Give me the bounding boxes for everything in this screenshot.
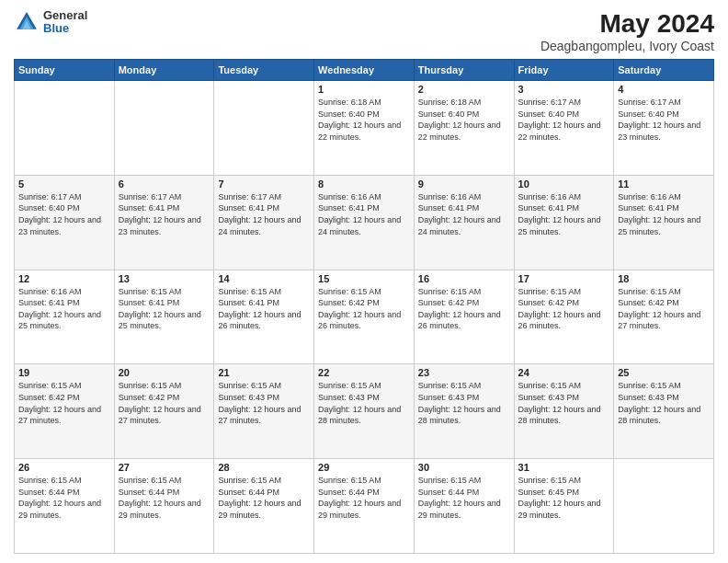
calendar-cell: 4 Sunrise: 6:17 AMSunset: 6:40 PMDayligh… bbox=[614, 81, 714, 176]
day-number: 12 bbox=[18, 273, 110, 284]
day-info: Sunrise: 6:17 AMSunset: 6:41 PMDaylight:… bbox=[119, 192, 201, 236]
day-info: Sunrise: 6:15 AMSunset: 6:44 PMDaylight:… bbox=[18, 476, 101, 520]
calendar-cell: 3 Sunrise: 6:17 AMSunset: 6:40 PMDayligh… bbox=[514, 81, 614, 176]
day-info: Sunrise: 6:15 AMSunset: 6:42 PMDaylight:… bbox=[119, 381, 201, 425]
day-info: Sunrise: 6:15 AMSunset: 6:43 PMDaylight:… bbox=[418, 381, 501, 425]
calendar-cell: 28 Sunrise: 6:15 AMSunset: 6:44 PMDaylig… bbox=[214, 459, 314, 554]
day-number: 26 bbox=[18, 462, 110, 473]
day-info: Sunrise: 6:15 AMSunset: 6:42 PMDaylight:… bbox=[618, 287, 700, 331]
week-row-4: 26 Sunrise: 6:15 AMSunset: 6:44 PMDaylig… bbox=[15, 459, 714, 554]
day-number: 17 bbox=[518, 273, 610, 284]
subtitle: Deagbangompleu, Ivory Coast bbox=[540, 39, 714, 53]
day-number: 15 bbox=[318, 273, 410, 284]
page: General Blue May 2024 Deagbangompleu, Iv… bbox=[0, 0, 728, 563]
day-info: Sunrise: 6:15 AMSunset: 6:44 PMDaylight:… bbox=[418, 476, 501, 520]
calendar-cell bbox=[15, 81, 115, 176]
header: General Blue May 2024 Deagbangompleu, Iv… bbox=[14, 9, 714, 53]
day-info: Sunrise: 6:15 AMSunset: 6:44 PMDaylight:… bbox=[119, 476, 201, 520]
calendar-cell: 6 Sunrise: 6:17 AMSunset: 6:41 PMDayligh… bbox=[114, 175, 214, 270]
calendar-cell: 21 Sunrise: 6:15 AMSunset: 6:43 PMDaylig… bbox=[214, 364, 314, 459]
calendar-cell: 23 Sunrise: 6:15 AMSunset: 6:43 PMDaylig… bbox=[414, 364, 514, 459]
calendar: Sunday Monday Tuesday Wednesday Thursday… bbox=[14, 59, 714, 554]
day-info: Sunrise: 6:15 AMSunset: 6:45 PMDaylight:… bbox=[518, 476, 601, 520]
day-info: Sunrise: 6:15 AMSunset: 6:43 PMDaylight:… bbox=[218, 381, 301, 425]
day-number: 30 bbox=[418, 462, 510, 473]
calendar-cell: 7 Sunrise: 6:17 AMSunset: 6:41 PMDayligh… bbox=[214, 175, 314, 270]
day-info: Sunrise: 6:16 AMSunset: 6:41 PMDaylight:… bbox=[518, 192, 601, 236]
logo-text: General Blue bbox=[43, 9, 87, 36]
main-title: May 2024 bbox=[540, 9, 714, 39]
calendar-cell bbox=[214, 81, 314, 176]
calendar-cell bbox=[614, 459, 714, 554]
day-number: 2 bbox=[418, 84, 510, 95]
title-block: May 2024 Deagbangompleu, Ivory Coast bbox=[540, 9, 714, 53]
calendar-cell: 19 Sunrise: 6:15 AMSunset: 6:42 PMDaylig… bbox=[15, 364, 115, 459]
day-number: 13 bbox=[119, 273, 210, 284]
calendar-cell: 2 Sunrise: 6:18 AMSunset: 6:40 PMDayligh… bbox=[414, 81, 514, 176]
day-number: 24 bbox=[518, 367, 610, 378]
calendar-cell: 29 Sunrise: 6:15 AMSunset: 6:44 PMDaylig… bbox=[314, 459, 415, 554]
col-saturday: Saturday bbox=[614, 60, 714, 81]
calendar-cell: 5 Sunrise: 6:17 AMSunset: 6:40 PMDayligh… bbox=[15, 175, 115, 270]
day-info: Sunrise: 6:18 AMSunset: 6:40 PMDaylight:… bbox=[318, 98, 401, 142]
day-info: Sunrise: 6:15 AMSunset: 6:41 PMDaylight:… bbox=[218, 287, 301, 331]
calendar-cell: 8 Sunrise: 6:16 AMSunset: 6:41 PMDayligh… bbox=[314, 175, 415, 270]
calendar-cell: 17 Sunrise: 6:15 AMSunset: 6:42 PMDaylig… bbox=[514, 270, 614, 364]
day-number: 14 bbox=[218, 273, 310, 284]
day-info: Sunrise: 6:15 AMSunset: 6:42 PMDaylight:… bbox=[18, 381, 101, 425]
col-friday: Friday bbox=[514, 60, 614, 81]
week-row-2: 12 Sunrise: 6:16 AMSunset: 6:41 PMDaylig… bbox=[15, 270, 714, 364]
calendar-cell: 25 Sunrise: 6:15 AMSunset: 6:43 PMDaylig… bbox=[614, 364, 714, 459]
day-number: 6 bbox=[119, 178, 210, 190]
day-info: Sunrise: 6:17 AMSunset: 6:40 PMDaylight:… bbox=[618, 98, 700, 142]
calendar-cell: 22 Sunrise: 6:15 AMSunset: 6:43 PMDaylig… bbox=[314, 364, 415, 459]
day-info: Sunrise: 6:15 AMSunset: 6:42 PMDaylight:… bbox=[418, 287, 501, 331]
day-info: Sunrise: 6:15 AMSunset: 6:43 PMDaylight:… bbox=[518, 381, 601, 425]
calendar-cell: 14 Sunrise: 6:15 AMSunset: 6:41 PMDaylig… bbox=[214, 270, 314, 364]
day-info: Sunrise: 6:17 AMSunset: 6:40 PMDaylight:… bbox=[18, 192, 101, 236]
day-info: Sunrise: 6:15 AMSunset: 6:44 PMDaylight:… bbox=[218, 476, 301, 520]
day-info: Sunrise: 6:16 AMSunset: 6:41 PMDaylight:… bbox=[18, 287, 101, 331]
day-number: 10 bbox=[518, 178, 610, 190]
day-info: Sunrise: 6:18 AMSunset: 6:40 PMDaylight:… bbox=[418, 98, 501, 142]
calendar-cell: 30 Sunrise: 6:15 AMSunset: 6:44 PMDaylig… bbox=[414, 459, 514, 554]
logo-icon bbox=[14, 9, 40, 35]
day-number: 11 bbox=[618, 178, 710, 190]
calendar-cell: 24 Sunrise: 6:15 AMSunset: 6:43 PMDaylig… bbox=[514, 364, 614, 459]
day-number: 9 bbox=[418, 178, 510, 190]
day-number: 22 bbox=[318, 367, 410, 378]
day-info: Sunrise: 6:16 AMSunset: 6:41 PMDaylight:… bbox=[418, 192, 501, 236]
col-tuesday: Tuesday bbox=[214, 60, 314, 81]
day-number: 27 bbox=[119, 462, 210, 473]
calendar-cell: 12 Sunrise: 6:16 AMSunset: 6:41 PMDaylig… bbox=[15, 270, 115, 364]
calendar-cell: 31 Sunrise: 6:15 AMSunset: 6:45 PMDaylig… bbox=[514, 459, 614, 554]
calendar-cell: 26 Sunrise: 6:15 AMSunset: 6:44 PMDaylig… bbox=[15, 459, 115, 554]
calendar-cell: 20 Sunrise: 6:15 AMSunset: 6:42 PMDaylig… bbox=[114, 364, 214, 459]
day-number: 3 bbox=[518, 84, 610, 95]
day-number: 8 bbox=[318, 178, 410, 190]
logo-general: General bbox=[43, 9, 87, 22]
calendar-cell: 18 Sunrise: 6:15 AMSunset: 6:42 PMDaylig… bbox=[614, 270, 714, 364]
day-number: 28 bbox=[218, 462, 310, 473]
col-thursday: Thursday bbox=[414, 60, 514, 81]
calendar-cell: 27 Sunrise: 6:15 AMSunset: 6:44 PMDaylig… bbox=[114, 459, 214, 554]
calendar-cell: 13 Sunrise: 6:15 AMSunset: 6:41 PMDaylig… bbox=[114, 270, 214, 364]
calendar-cell: 11 Sunrise: 6:16 AMSunset: 6:41 PMDaylig… bbox=[614, 175, 714, 270]
day-info: Sunrise: 6:15 AMSunset: 6:41 PMDaylight:… bbox=[119, 287, 201, 331]
day-info: Sunrise: 6:15 AMSunset: 6:43 PMDaylight:… bbox=[318, 381, 401, 425]
week-row-3: 19 Sunrise: 6:15 AMSunset: 6:42 PMDaylig… bbox=[15, 364, 714, 459]
day-number: 5 bbox=[18, 178, 110, 190]
day-number: 18 bbox=[618, 273, 710, 284]
day-number: 4 bbox=[618, 84, 710, 95]
calendar-cell: 10 Sunrise: 6:16 AMSunset: 6:41 PMDaylig… bbox=[514, 175, 614, 270]
day-number: 23 bbox=[418, 367, 510, 378]
col-monday: Monday bbox=[114, 60, 214, 81]
day-info: Sunrise: 6:15 AMSunset: 6:42 PMDaylight:… bbox=[318, 287, 401, 331]
day-number: 25 bbox=[618, 367, 710, 378]
day-number: 19 bbox=[18, 367, 110, 378]
day-number: 1 bbox=[318, 84, 410, 95]
day-info: Sunrise: 6:15 AMSunset: 6:44 PMDaylight:… bbox=[318, 476, 401, 520]
day-number: 21 bbox=[218, 367, 310, 378]
col-sunday: Sunday bbox=[15, 60, 115, 81]
logo: General Blue bbox=[14, 9, 87, 36]
